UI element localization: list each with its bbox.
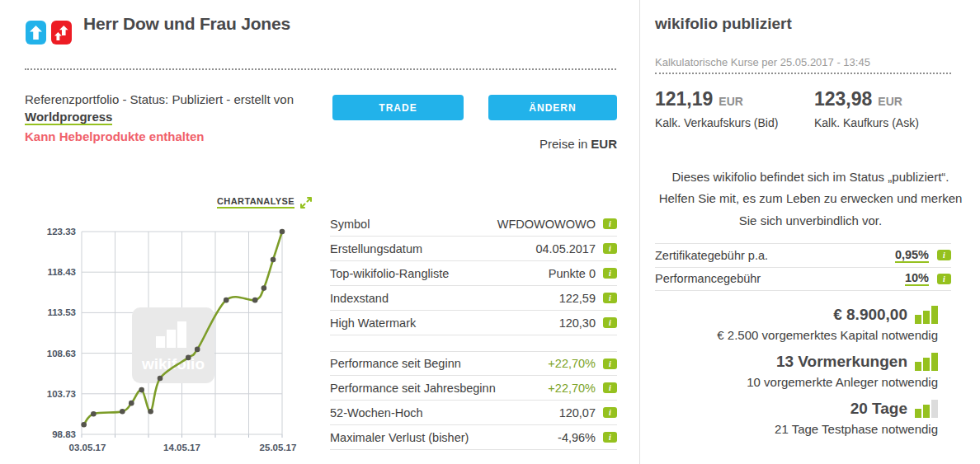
change-button[interactable]: ÄNDERN	[488, 95, 617, 120]
stat-row-rangliste: Top-wikifolio-Rangliste Punkte 0 i	[330, 261, 617, 286]
status-sidebar: wikifolio publiziert Kalkulatorische Kur…	[639, 0, 980, 464]
info-icon[interactable]: i	[603, 268, 617, 279]
bar-chart-icon	[915, 400, 938, 418]
svg-text:14.05.17: 14.05.17	[163, 443, 200, 452]
metric-capital: € 8.900,00 € 2.500 vorgemerktes Kapital …	[717, 306, 938, 342]
info-icon[interactable]: i	[603, 359, 617, 369]
svg-text:25.05.17: 25.05.17	[260, 443, 297, 452]
price-note: Preise inEUR	[332, 137, 617, 151]
stat-row-52w-hoch: 52-Wochen-Hoch 120,07 i	[330, 401, 617, 425]
stat-row-erstellungsdatum: Erstellungsdatum 04.05.2017 i	[330, 237, 617, 261]
portfolio-status-line: Referenzportfolio - Status: Publiziert -…	[25, 92, 294, 106]
stat-row-symbol: Symbol WFDOWOWOWO i	[330, 212, 617, 237]
info-icon[interactable]: i	[603, 243, 617, 254]
jones-double-arrow-icon	[51, 21, 72, 45]
svg-text:108.63: 108.63	[47, 349, 76, 359]
bar-chart-icon	[915, 353, 938, 371]
info-icon[interactable]: i	[603, 432, 617, 443]
info-icon[interactable]: i	[603, 317, 617, 328]
stats-table-performance: Performance seit Beginn +22,70% i Perfor…	[330, 351, 617, 450]
wikifolio-detail-page: Herr Dow und Frau Jones Referenzportfoli…	[0, 0, 980, 464]
kurse-caption: Kalkulatorische Kurse per 25.05.2017 - 1…	[655, 56, 870, 68]
info-icon[interactable]: i	[603, 293, 617, 303]
metric-vormerkungen: 13 Vormerkungen 10 vorgemerkte Anleger n…	[747, 353, 938, 389]
svg-text:98.83: 98.83	[52, 429, 76, 439]
sidebar-title: wikifolio publiziert	[655, 15, 792, 33]
chartanalyse-link[interactable]: CHARTANALYSE	[217, 196, 294, 209]
chart-canvas: 123.33118.43113.53108.63103.7398.8303.05…	[29, 216, 309, 463]
svg-text:118.43: 118.43	[47, 267, 76, 277]
info-icon[interactable]: i	[937, 250, 951, 260]
info-icon[interactable]: i	[603, 407, 617, 418]
performance-chart: 123.33118.43113.53108.63103.7398.8303.05…	[29, 216, 309, 463]
stat-row-high-watermark: High Watermark 120,30 i	[330, 311, 617, 335]
bar-chart-icon	[915, 306, 938, 324]
stat-row-performance-jahr: Performance seit Jahresbeginn +22,70% i	[330, 376, 617, 401]
sidebar-divider	[655, 73, 951, 74]
info-icon[interactable]: i	[603, 382, 617, 393]
progress-metrics: € 8.900,00 € 2.500 vorgemerktes Kapital …	[717, 306, 938, 447]
fee-row-performance: Performancegebühr 10% i	[655, 268, 951, 292]
trade-button[interactable]: TRADE	[332, 95, 464, 120]
stat-row-indexstand: Indexstand 122,59 i	[330, 286, 617, 311]
creator-link[interactable]: Worldprogress	[25, 110, 112, 125]
zertifikategebuehr-value[interactable]: 0,95%	[895, 248, 929, 263]
bid-quote: 121,19EUR Kalk. Verkaufskurs (Bid)	[655, 88, 778, 129]
fee-table: Zertifikategebühr p.a. 0,95% i Performan…	[655, 243, 951, 291]
info-icon[interactable]: i	[937, 274, 951, 284]
fee-row-zertifikat: Zertifikategebühr p.a. 0,95% i	[655, 244, 951, 268]
stat-row-performance-beginn: Performance seit Beginn +22,70% i	[330, 351, 617, 376]
expand-chart-icon[interactable]	[300, 197, 312, 209]
page-title: Herr Dow und Frau Jones	[83, 14, 290, 34]
metric-testphase: 20 Tage 21 Tage Testphase notwendig	[775, 400, 938, 436]
ask-quote: 123,98EUR Kalk. Kaufkurs (Ask)	[814, 88, 919, 129]
stats-table-general: Symbol WFDOWOWOWO i Erstellungsdatum 04.…	[330, 212, 617, 335]
info-icon[interactable]: i	[603, 218, 617, 229]
header-divider	[25, 68, 616, 70]
leverage-warning: Kann Hebelprodukte enthalten	[25, 129, 205, 143]
performancegebuehr-value[interactable]: 10%	[905, 271, 929, 286]
status-description: Dieses wikifolio befindet sich im Status…	[657, 166, 964, 232]
stat-row-max-verlust: Maximaler Verlust (bisher) -4,96% i	[330, 425, 617, 450]
svg-text:wikifolio: wikifolio	[141, 355, 205, 373]
svg-text:03.05.17: 03.05.17	[69, 443, 106, 452]
svg-text:123.33: 123.33	[47, 227, 76, 237]
svg-text:103.73: 103.73	[47, 389, 76, 399]
svg-text:113.53: 113.53	[47, 307, 76, 317]
dow-up-arrow-icon	[26, 21, 46, 45]
